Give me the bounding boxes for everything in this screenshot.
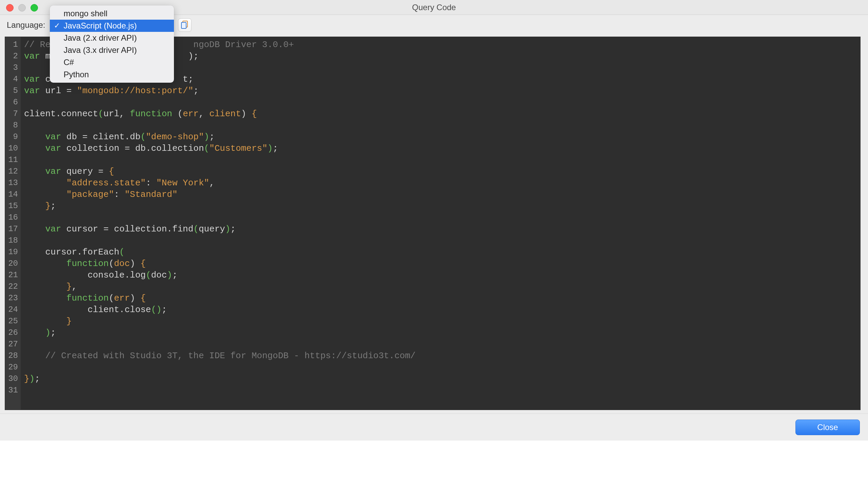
code-content[interactable]: // Re ngoDB Driver 3.0.0+var mo ); var c… [21,37,860,410]
footer: Close [0,413,868,441]
code-line[interactable]: } [24,316,860,327]
copy-to-clipboard-button[interactable] [178,18,192,32]
line-number: 20 [7,258,18,269]
line-number-gutter: 1234567891011121314151617181920212223242… [5,37,21,410]
language-dropdown[interactable]: JavaScript (Node.js) mongo shell ✓ JavaS… [50,18,169,33]
code-line[interactable]: "address.state": "New York", [24,177,860,189]
line-number: 31 [7,385,18,396]
line-number: 18 [7,235,18,246]
code-line[interactable]: }; [24,200,860,212]
window-close-button[interactable] [6,4,14,12]
line-number: 8 [7,120,18,131]
line-number: 9 [7,131,18,143]
language-option-java-2x[interactable]: Java (2.x driver API) [50,32,174,44]
check-icon: ✓ [54,21,60,30]
line-number: 5 [7,85,18,97]
code-line[interactable] [24,97,860,108]
code-line[interactable]: client.close(); [24,304,860,316]
code-line[interactable]: var collection = db.collection("Customer… [24,143,860,154]
line-number: 30 [7,373,18,385]
code-line[interactable] [24,362,860,373]
code-line[interactable] [24,120,860,131]
toolbar: Language: JavaScript (Node.js) mongo she… [0,15,868,35]
language-option-javascript-nodejs[interactable]: ✓ JavaScript (Node.js) [50,20,174,32]
code-line[interactable] [24,339,860,350]
code-line[interactable]: var db = client.db("demo-shop"); [24,131,860,143]
line-number: 2 [7,50,18,62]
code-line[interactable]: cursor.forEach( [24,246,860,258]
language-option-python[interactable]: Python [50,68,174,81]
clipboard-icon [181,21,189,29]
line-number: 4 [7,74,18,85]
code-editor[interactable]: 1234567891011121314151617181920212223242… [5,37,861,410]
code-line[interactable] [24,385,860,396]
query-code-window: Query Code Language: JavaScript (Node.js… [0,0,868,488]
code-line[interactable]: }, [24,281,860,292]
line-number: 10 [7,143,18,154]
line-number: 28 [7,350,18,362]
code-line[interactable]: client.connect(url, function (err, clien… [24,108,860,120]
line-number: 23 [7,292,18,304]
window-minimize-button[interactable] [18,4,26,12]
line-number: 29 [7,362,18,373]
line-number: 19 [7,246,18,258]
line-number: 13 [7,177,18,189]
code-line[interactable]: ); [24,327,860,339]
code-line[interactable]: var url = "mongodb://host:port/"; [24,85,860,97]
line-number: 21 [7,269,18,281]
line-number: 6 [7,97,18,108]
language-option-csharp[interactable]: C# [50,56,174,68]
line-number: 11 [7,154,18,166]
line-number: 14 [7,189,18,200]
line-number: 27 [7,339,18,350]
line-number: 24 [7,304,18,316]
code-line[interactable]: }); [24,373,860,385]
window-title: Query Code [412,3,456,12]
language-option-mongo-shell[interactable]: mongo shell [50,7,174,20]
language-dropdown-menu: mongo shell ✓ JavaScript (Node.js) Java … [50,5,174,83]
code-line[interactable]: console.log(doc); [24,269,860,281]
code-line[interactable]: function(doc) { [24,258,860,269]
code-line[interactable]: // Created with Studio 3T, the IDE for M… [24,350,860,362]
code-line[interactable] [24,154,860,166]
line-number: 22 [7,281,18,292]
line-number: 12 [7,166,18,177]
line-number: 3 [7,62,18,74]
line-number: 15 [7,200,18,212]
code-line[interactable] [24,212,860,223]
traffic-lights [6,4,38,12]
line-number: 25 [7,316,18,327]
language-option-java-3x[interactable]: Java (3.x driver API) [50,44,174,56]
void-area [0,441,868,488]
language-label: Language: [7,20,45,30]
code-line[interactable]: function(err) { [24,292,860,304]
line-number: 7 [7,108,18,120]
line-number: 17 [7,223,18,235]
line-number: 26 [7,327,18,339]
line-number: 1 [7,39,18,50]
code-line[interactable]: var query = { [24,166,860,177]
code-line[interactable]: var cursor = collection.find(query); [24,223,860,235]
close-button[interactable]: Close [795,420,860,435]
code-line[interactable] [24,235,860,246]
code-line[interactable]: "package": "Standard" [24,189,860,200]
window-zoom-button[interactable] [31,4,38,12]
line-number: 16 [7,212,18,223]
